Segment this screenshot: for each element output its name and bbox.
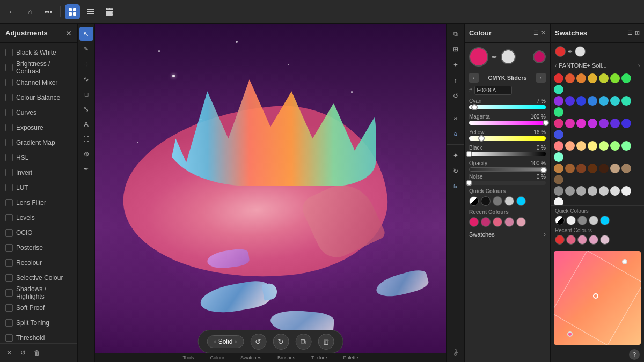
swatch-r5c1[interactable] — [554, 164, 564, 173]
swatch-r5c4[interactable] — [588, 164, 597, 173]
swatch-r4c4[interactable] — [588, 141, 597, 151]
tab-tools[interactable]: Tools — [182, 355, 194, 360]
adj-item-threshold[interactable]: Threshold — [0, 330, 77, 343]
cyan-track[interactable] — [469, 105, 546, 109]
sp-swatch-gray[interactable] — [577, 216, 587, 225]
adj-item-curves[interactable]: Curves — [0, 105, 77, 120]
adj-item-selective-colour[interactable]: Selective Colour — [0, 270, 77, 285]
swatch-r3c5[interactable] — [599, 119, 609, 128]
swatch-r4c3[interactable] — [576, 141, 586, 151]
tab-texture[interactable]: Texture — [311, 355, 327, 360]
sp-recent-3[interactable] — [577, 235, 587, 245]
adj-item-hsl[interactable]: HSL — [0, 150, 77, 165]
adj-check-19[interactable] — [5, 334, 13, 342]
swatches-nav-button[interactable]: Swatches › — [465, 228, 550, 240]
export-tool[interactable]: ↑ — [449, 73, 463, 87]
opacity-thumb[interactable] — [540, 167, 547, 173]
swatch-r3c7[interactable] — [621, 119, 631, 128]
sp-swatch-silver[interactable] — [589, 216, 598, 225]
tool-erase[interactable]: ◻ — [79, 87, 93, 101]
eyedropper-button[interactable]: ✒ — [492, 53, 497, 61]
adj-check-14[interactable] — [5, 259, 13, 267]
swatch-r2c4[interactable] — [588, 96, 597, 106]
gradient-handle-mid[interactable] — [593, 293, 598, 299]
adj-item-ocio[interactable]: OCIO — [0, 225, 77, 240]
swatch-r5c6[interactable] — [610, 164, 620, 173]
adj-item-brightness--contrast[interactable]: Brightness / Contrast — [0, 60, 77, 75]
swatch-r6c8[interactable] — [554, 197, 564, 205]
secondary-colour-circle[interactable] — [501, 49, 516, 64]
swatch-r5c8[interactable] — [554, 175, 564, 184]
yellow-thumb[interactable] — [478, 135, 485, 142]
adj-check-11[interactable] — [5, 214, 13, 221]
brush-size-tool[interactable]: a — [449, 111, 463, 125]
home-button[interactable]: ⌂ — [23, 4, 38, 19]
sp-swatch-cyan[interactable] — [600, 216, 610, 225]
solid-button[interactable]: ‹ Solid › — [207, 335, 244, 348]
sp-recent-2[interactable] — [566, 235, 576, 245]
recent-swatch-3[interactable] — [493, 217, 502, 227]
swatch-r2c2[interactable] — [565, 96, 575, 106]
black-thumb[interactable] — [466, 151, 472, 157]
swatch-r6c6[interactable] — [610, 186, 620, 196]
swatch-r5c2[interactable] — [565, 164, 575, 173]
adj-check-5[interactable] — [5, 124, 13, 131]
main-colour-circle[interactable] — [469, 47, 488, 67]
swatch-r1c2[interactable] — [565, 73, 575, 83]
adj-check-13[interactable] — [5, 244, 13, 252]
adj-check-10[interactable] — [5, 199, 13, 206]
flip-tool-button[interactable]: ↻ — [273, 334, 289, 350]
swatch-r1c1[interactable] — [554, 73, 564, 83]
swatch-r4c5[interactable] — [599, 141, 609, 151]
noise-track[interactable] — [469, 181, 546, 185]
adj-item-exposure[interactable]: Exposure — [0, 120, 77, 135]
tab-palette[interactable]: Palette — [343, 355, 358, 360]
tool-eyedropper[interactable]: ✒ — [79, 162, 93, 176]
star-tool[interactable]: ✦ — [449, 149, 463, 162]
adjustments-collapse-button[interactable]: ✕ — [65, 29, 72, 38]
tool-select[interactable]: ↖ — [79, 27, 93, 41]
swatch-r3c1[interactable] — [554, 119, 564, 128]
swatch-r3c4[interactable] — [588, 119, 597, 128]
list-view-button[interactable] — [83, 4, 98, 19]
swatch-r2c8[interactable] — [554, 107, 564, 117]
swatch-r4c1[interactable] — [554, 141, 564, 151]
adj-item-recolour[interactable]: Recolour — [0, 255, 77, 270]
adj-check-18[interactable] — [5, 319, 13, 327]
adj-item-levels[interactable]: Levels — [0, 210, 77, 225]
swatch-r3c6[interactable] — [610, 119, 620, 128]
sp-recent-5[interactable] — [600, 235, 610, 245]
swatches-list-button[interactable]: ☰ — [627, 29, 633, 36]
quick-swatch-cyan[interactable] — [516, 196, 526, 206]
back-button[interactable]: ← — [4, 4, 19, 19]
more-button[interactable]: ••• — [41, 4, 56, 19]
tool-transform[interactable]: ⤡ — [79, 102, 93, 116]
gradient-preview[interactable] — [554, 251, 641, 345]
adj-item-channel-mixer[interactable]: Channel Mixer — [0, 75, 77, 90]
history-tool[interactable]: ↺ — [449, 89, 463, 103]
recent-swatch-1[interactable] — [469, 217, 479, 227]
layers-tool[interactable]: ⧉ — [449, 27, 463, 41]
swatches-grid-button[interactable]: ⊞ — [635, 29, 640, 36]
cyan-thumb[interactable] — [471, 104, 478, 110]
swatch-r6c1[interactable] — [554, 186, 564, 196]
adj-check-6[interactable] — [5, 139, 13, 146]
font-tool[interactable]: a — [449, 127, 463, 141]
swatch-r6c2[interactable] — [565, 186, 575, 196]
adj-check-8[interactable] — [5, 169, 13, 176]
adj-item-soft-proof[interactable]: Soft Proof — [0, 300, 77, 315]
opacity-track[interactable] — [469, 167, 546, 172]
swatch-r6c4[interactable] — [588, 186, 597, 196]
swatch-r1c3[interactable] — [576, 73, 586, 83]
tool-text[interactable]: A — [79, 117, 93, 131]
tab-colour[interactable]: Colour — [210, 355, 224, 360]
swatch-r2c1[interactable] — [554, 96, 564, 106]
adj-item-split-toning[interactable]: Split Toning — [0, 315, 77, 330]
swatch-r5c5[interactable] — [599, 164, 609, 173]
swatch-r4c7[interactable] — [621, 141, 631, 151]
adj-check-2[interactable] — [5, 79, 13, 86]
sp-swatch-checker[interactable] — [555, 216, 565, 225]
sw-eyedropper-button[interactable]: ✒ — [568, 48, 573, 55]
recent-swatch-2[interactable] — [481, 217, 491, 227]
colour-mode-next[interactable]: › — [536, 73, 546, 83]
